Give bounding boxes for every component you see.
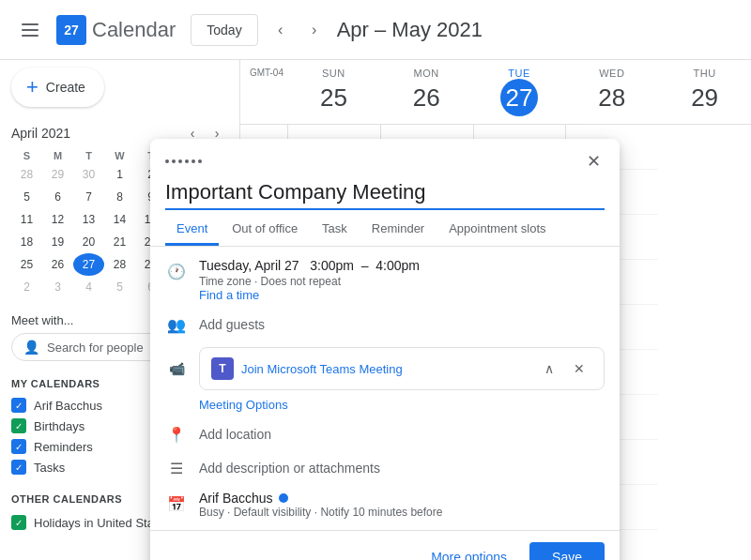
teams-card: T Join Microsoft Teams Meeting ∧ ✕ [199, 347, 605, 390]
tab-out-of-office[interactable]: Out of office [221, 214, 309, 246]
mini-cal-day[interactable]: 7 [73, 186, 104, 208]
add-location-row: 📍 Add location [165, 423, 605, 446]
mini-cal-day[interactable]: 3 [42, 276, 73, 298]
tab-task[interactable]: Task [311, 214, 359, 246]
add-description-row: ☰ Add description or attachments [165, 457, 605, 479]
logo: 27 Calendar [56, 15, 176, 45]
create-button[interactable]: + Create [11, 68, 104, 107]
add-guests-row: 👥 Add guests [165, 313, 605, 336]
owner-details: Busy · Default visibility · Notify 10 mi… [199, 506, 442, 519]
dow-mon: MON [384, 68, 469, 79]
add-description-text[interactable]: Add description or attachments [199, 461, 380, 476]
teams-expand-button[interactable]: ∧ [536, 356, 562, 382]
mini-cal-day[interactable]: 14 [104, 208, 135, 231]
time-content: Tuesday, April 27 3:00pm – 4:00pm Time z… [199, 258, 420, 302]
day-header-thu: THU 29 [658, 60, 751, 124]
clock-icon: 🕐 [165, 260, 188, 282]
save-button[interactable]: Save [529, 542, 605, 560]
mini-cal-today[interactable]: 27 [73, 253, 104, 276]
mini-cal-day[interactable]: 29 [42, 163, 73, 186]
add-guests-text[interactable]: Add guests [199, 317, 265, 332]
dom-26: 26 [407, 79, 445, 116]
tab-event[interactable]: Event [165, 214, 219, 246]
event-title-input[interactable] [165, 176, 605, 210]
mini-cal-day[interactable]: 13 [73, 208, 104, 231]
event-modal: ✕ Event Out of office Task Reminder Appo… [150, 139, 620, 560]
mini-cal-day[interactable]: 25 [11, 253, 42, 276]
dow-sun: SUN [291, 68, 376, 79]
dom-27-today: 27 [500, 79, 538, 116]
day-header-mon: MON 26 [380, 60, 473, 124]
mini-cal-day[interactable]: 18 [11, 231, 42, 253]
modal-drag-handle[interactable] [161, 156, 206, 167]
mini-cal-day[interactable]: 30 [73, 163, 104, 186]
mini-cal-day[interactable]: 11 [11, 208, 42, 231]
app-name: Calendar [92, 18, 176, 42]
today-button[interactable]: Today [191, 14, 257, 46]
mini-cal-day[interactable]: 6 [42, 186, 73, 208]
search-people-icon: 👤 [23, 340, 39, 355]
dow-m: M [42, 148, 73, 163]
add-location-text[interactable]: Add location [199, 427, 271, 442]
dow-thu: THU [662, 68, 747, 79]
mini-cal-day[interactable]: 21 [104, 231, 135, 253]
search-people-placeholder: Search for people [47, 341, 144, 355]
create-label: Create [46, 80, 85, 95]
dom-28: 28 [593, 79, 631, 116]
dow-t1: T [73, 148, 104, 163]
other-calendars-title: Other calendars [11, 493, 122, 505]
dow-wed: WED [569, 68, 654, 79]
prev-arrow[interactable]: ‹ [266, 15, 296, 45]
dom-29: 29 [686, 79, 724, 116]
find-time-link[interactable]: Find a time [199, 288, 259, 302]
logo-icon: 27 [56, 15, 86, 45]
meeting-options-link[interactable]: Meeting Options [199, 398, 288, 412]
create-plus-icon: + [26, 77, 38, 98]
mini-cal-day[interactable]: 28 [11, 163, 42, 186]
cal-checkbox-arif: ✓ [11, 398, 26, 413]
menu-button[interactable] [11, 11, 49, 49]
mini-cal-day[interactable]: 20 [73, 231, 104, 253]
cal-label-arif: Arif Bacchus [34, 399, 102, 413]
mini-cal-day[interactable]: 1 [104, 163, 135, 186]
mini-cal-day[interactable]: 5 [11, 186, 42, 208]
calendar-icon: 📅 [165, 492, 188, 515]
teams-logo: T [211, 357, 234, 380]
next-arrow[interactable]: › [299, 15, 330, 45]
teams-remove-button[interactable]: ✕ [566, 356, 592, 382]
owner-avatar-dot [279, 493, 288, 503]
owner-name-row: Arif Bacchus [199, 491, 442, 506]
owner-name[interactable]: Arif Bacchus [199, 491, 273, 506]
day-headers: GMT-04 SUN 25 MON 26 TUE 27 WED 28 THU 2… [240, 60, 751, 125]
mini-cal-day[interactable]: 28 [104, 253, 135, 276]
modal-close-button[interactable]: ✕ [578, 146, 608, 176]
mini-cal-day[interactable]: 8 [104, 186, 135, 208]
event-timezone: Time zone · Does not repeat [199, 275, 420, 288]
date-range: Apr – May 2021 [337, 18, 483, 42]
owner-row: 📅 Arif Bacchus Busy · Default visibility… [165, 491, 605, 519]
teams-join-link[interactable]: Join Microsoft Teams Meeting [241, 362, 403, 376]
people-icon: 👥 [165, 313, 188, 336]
mini-cal-title: April 2021 [11, 126, 70, 141]
mini-cal-day[interactable]: 4 [73, 276, 104, 298]
mini-cal-day[interactable]: 26 [42, 253, 73, 276]
cal-label-birthdays: Birthdays [34, 419, 84, 433]
tab-reminder[interactable]: Reminder [360, 214, 436, 246]
event-time-display[interactable]: Tuesday, April 27 3:00pm – 4:00pm [199, 258, 420, 273]
modal-header: ✕ [150, 139, 620, 176]
dow-w: W [104, 148, 135, 163]
mini-cal-day[interactable]: 5 [104, 276, 135, 298]
gmt-header: GMT-04 [240, 60, 287, 124]
mini-cal-day[interactable]: 19 [42, 231, 73, 253]
more-options-button[interactable]: More options [416, 542, 522, 560]
mini-cal-day[interactable]: 2 [11, 276, 42, 298]
day-header-wed: WED 28 [565, 60, 658, 124]
teams-action-buttons: ∧ ✕ [536, 356, 592, 382]
cal-checkbox-birthdays: ✓ [11, 418, 26, 433]
mini-cal-day[interactable]: 12 [42, 208, 73, 231]
cal-label-holidays: Holidays in United State [34, 516, 164, 530]
dom-25: 25 [314, 79, 352, 116]
owner-content: Arif Bacchus Busy · Default visibility ·… [199, 491, 442, 519]
day-header-tue: TUE 27 [473, 60, 566, 124]
tab-appointment-slots[interactable]: Appointment slots [437, 214, 557, 246]
